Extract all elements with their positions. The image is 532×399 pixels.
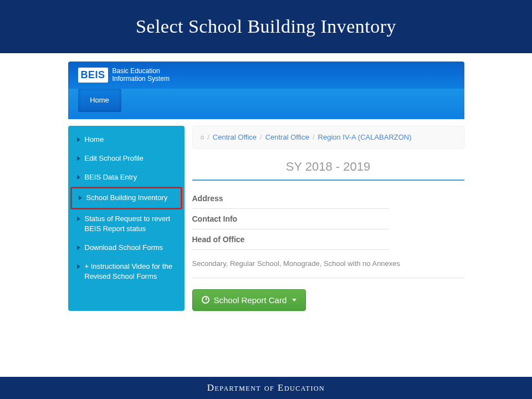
logo-text: Basic Education Information System [112, 67, 170, 83]
sidebar-item-label: School Building Inventory [86, 193, 168, 203]
breadcrumb-link[interactable]: Central Office [265, 133, 309, 141]
report-button-label: School Report Card [214, 295, 287, 305]
sidebar-item-edit-profile[interactable]: Edit School Profile [68, 149, 185, 168]
breadcrumb-link[interactable]: Central Office [213, 133, 257, 141]
clock-icon [202, 296, 209, 304]
sidebar-item-status-request[interactable]: Status of Request to revert BEIS Report … [68, 209, 185, 238]
page-body: BEIS Basic Education Information System … [0, 53, 532, 377]
logo-row: BEIS Basic Education Information System [78, 67, 454, 89]
arrow-icon [77, 175, 80, 180]
breadcrumb: ⌂ / Central Office / Central Office / Re… [192, 126, 464, 149]
school-year-title: SY 2018 - 2019 [192, 160, 464, 174]
slide-footer: Department of Education [0, 377, 532, 399]
address-label: Address [192, 188, 389, 209]
menubar: Home [68, 89, 464, 119]
app-chrome: BEIS Basic Education Information System … [68, 62, 464, 311]
breadcrumb-sep: / [313, 133, 315, 141]
logo-line2: Information System [112, 75, 170, 83]
sidebar-item-home[interactable]: Home [68, 130, 185, 149]
divider [192, 180, 464, 181]
content-row: Home Edit School Profile BEIS Data Entry… [68, 126, 464, 311]
sidebar-item-data-entry[interactable]: BEIS Data Entry [68, 168, 185, 187]
sidebar-item-label: Edit School Profile [85, 154, 144, 163]
school-report-card-button[interactable]: School Report Card [192, 289, 306, 311]
head-office-label: Head of Office [192, 229, 389, 250]
sidebar-item-label: BEIS Data Entry [85, 172, 137, 182]
sidebar-item-label: Download School Forms [85, 243, 163, 253]
breadcrumb-link[interactable]: Region IV-A (CALABARZON) [318, 133, 412, 141]
school-description: Secondary, Regular School, Monograde, Sc… [192, 250, 464, 278]
sidebar-item-download-forms[interactable]: Download School Forms [68, 238, 185, 257]
breadcrumb-sep: / [207, 133, 209, 141]
main-panel: ⌂ / Central Office / Central Office / Re… [192, 126, 464, 311]
arrow-icon [79, 196, 82, 200]
arrow-icon [77, 156, 80, 161]
sidebar: Home Edit School Profile BEIS Data Entry… [68, 126, 185, 311]
breadcrumb-sep: / [260, 133, 262, 141]
app-header: BEIS Basic Education Information System [68, 62, 464, 89]
caret-down-icon [292, 299, 296, 301]
sidebar-item-building-inventory[interactable]: School Building Inventory [72, 188, 181, 207]
sidebar-item-instructional-video[interactable]: + Instructional Video for the Revised Sc… [68, 257, 185, 286]
arrow-icon [77, 245, 80, 250]
sidebar-item-label: Status of Request to revert BEIS Report … [85, 214, 178, 234]
sidebar-item-label: Home [85, 135, 104, 145]
arrow-icon [77, 264, 80, 269]
contact-label: Contact Info [192, 209, 389, 229]
arrow-icon [77, 137, 80, 142]
sidebar-item-label: + Instructional Video for the Revised Sc… [85, 262, 178, 282]
home-icon[interactable]: ⌂ [201, 134, 204, 140]
logo-badge: BEIS [78, 68, 108, 83]
highlight-box: School Building Inventory [70, 187, 182, 209]
arrow-icon [77, 217, 80, 221]
slide-title: Select School Building Inventory [0, 0, 532, 53]
tab-home[interactable]: Home [78, 89, 121, 112]
logo-line1: Basic Education [112, 67, 170, 75]
